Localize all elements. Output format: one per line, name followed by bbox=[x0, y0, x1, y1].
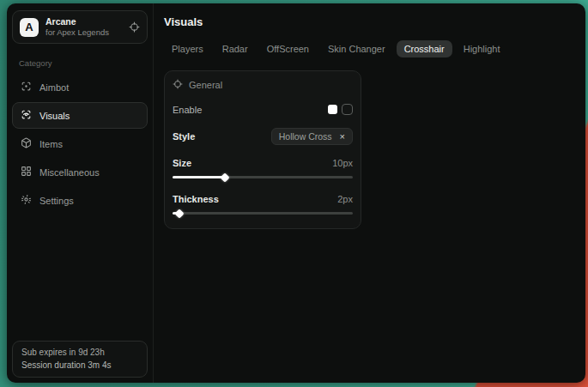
size-slider-thumb[interactable] bbox=[220, 172, 229, 182]
sidebar-nav: Aimbot Visuals Items bbox=[12, 74, 148, 214]
size-label: Size bbox=[173, 158, 191, 168]
sidebar-item-label: Miscellaneous bbox=[39, 167, 100, 178]
tab-skin-changer[interactable]: Skin Changer bbox=[320, 40, 393, 57]
aimbot-focus-icon bbox=[21, 81, 32, 94]
scan-eye-icon bbox=[21, 109, 32, 122]
profile-card: A Arcane for Apex Legends bbox=[12, 10, 148, 44]
enable-row: Enable bbox=[173, 104, 353, 115]
tab-players[interactable]: Players bbox=[164, 40, 211, 57]
sidebar-item-settings[interactable]: Settings bbox=[12, 187, 148, 214]
thickness-value: 2px bbox=[337, 194, 353, 204]
close-icon[interactable]: × bbox=[340, 132, 345, 142]
sidebar-item-aimbot[interactable]: Aimbot bbox=[12, 74, 148, 100]
card-title: General bbox=[189, 80, 222, 90]
size-row: Size 10px bbox=[173, 158, 353, 168]
gear-icon bbox=[21, 194, 32, 207]
sidebar-item-items[interactable]: Items bbox=[12, 130, 148, 157]
app-name: Arcane bbox=[45, 16, 122, 27]
crosshair-icon bbox=[173, 79, 183, 91]
thickness-row: Thickness 2px bbox=[173, 194, 353, 204]
color-swatch[interactable] bbox=[328, 105, 337, 114]
style-label: Style bbox=[173, 131, 195, 142]
sidebar-item-label: Aimbot bbox=[39, 82, 69, 93]
package-icon bbox=[21, 137, 32, 150]
enable-label: Enable bbox=[173, 105, 202, 115]
style-row: Style Hollow Cross × bbox=[173, 128, 353, 145]
tab-highlight[interactable]: Highlight bbox=[456, 40, 508, 57]
tab-bar: Players Radar OffScreen Skin Changer Cro… bbox=[164, 40, 575, 57]
thickness-slider-thumb[interactable] bbox=[175, 209, 185, 218]
style-select[interactable]: Hollow Cross × bbox=[271, 128, 353, 145]
size-value: 10px bbox=[332, 158, 353, 168]
sub-expires-text: Sub expires in 9d 23h bbox=[21, 347, 138, 360]
app-logo: A bbox=[20, 18, 39, 37]
page-title: Visuals bbox=[164, 15, 575, 28]
sidebar-item-miscellaneous[interactable]: Miscellaneous bbox=[12, 159, 148, 185]
main-content: Visuals Players Radar OffScreen Skin Cha… bbox=[154, 3, 585, 383]
tab-radar[interactable]: Radar bbox=[215, 40, 256, 57]
general-card: General Enable Style Hollow Cross × Size… bbox=[164, 70, 361, 229]
app-window: A Arcane for Apex Legends Category Aimbo… bbox=[7, 3, 585, 383]
sidebar: A Arcane for Apex Legends Category Aimbo… bbox=[7, 3, 154, 383]
category-label: Category bbox=[19, 58, 141, 68]
sidebar-item-visuals[interactable]: Visuals bbox=[12, 102, 148, 129]
tab-crosshair[interactable]: Crosshair bbox=[397, 40, 452, 57]
thickness-label: Thickness bbox=[173, 194, 219, 204]
app-subtitle: for Apex Legends bbox=[45, 27, 122, 38]
session-duration-text: Session duration 3m 4s bbox=[21, 360, 138, 372]
subscription-card: Sub expires in 9d 23h Session duration 3… bbox=[12, 341, 148, 378]
style-value: Hollow Cross bbox=[279, 131, 332, 142]
sidebar-item-label: Items bbox=[39, 139, 63, 149]
grid-icon bbox=[21, 166, 32, 178]
size-slider[interactable] bbox=[173, 173, 353, 181]
sidebar-item-label: Visuals bbox=[39, 111, 70, 121]
enable-checkbox[interactable] bbox=[342, 104, 353, 115]
sidebar-item-label: Settings bbox=[39, 196, 74, 206]
target-icon[interactable] bbox=[129, 21, 140, 33]
thickness-slider[interactable] bbox=[173, 209, 353, 217]
tab-offscreen[interactable]: OffScreen bbox=[259, 40, 317, 57]
